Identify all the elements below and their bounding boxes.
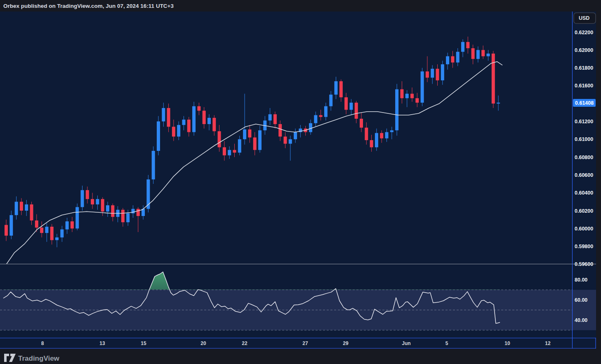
candle-body-down — [86, 190, 89, 199]
candle-body-down — [436, 69, 439, 80]
time-tick-label: 8 — [41, 341, 44, 346]
candle-body-down — [35, 221, 38, 228]
candle-body-up — [294, 132, 297, 139]
candle — [146, 175, 150, 212]
candle — [157, 116, 160, 155]
candle-body-down — [197, 106, 200, 111]
candle-body-up — [329, 95, 332, 106]
rsi-tick-label: 40.00 — [575, 317, 587, 323]
candle-body-up — [289, 139, 292, 144]
candle-body-down — [30, 204, 33, 221]
candle-body-down — [121, 210, 125, 222]
time-tick-label: 15 — [141, 341, 146, 346]
last-price-badge-value: 0.61408 — [575, 100, 594, 106]
candle-body-down — [471, 48, 475, 59]
candle — [192, 102, 196, 136]
candle-body-up — [385, 132, 389, 138]
candle-body-up — [335, 81, 338, 94]
candle-body-up — [66, 221, 69, 229]
candle-body-down — [355, 103, 358, 119]
candle-body-down — [167, 108, 170, 127]
price-tick-label: 0.60000 — [575, 226, 593, 232]
candle-body-up — [390, 130, 394, 132]
candle-body-down — [273, 114, 277, 124]
candle-body-up — [157, 122, 160, 151]
candle-body-down — [360, 119, 363, 128]
candle-body-up — [55, 237, 59, 240]
rsi-tick-label: 80.00 — [575, 277, 587, 283]
price-tick-label: 0.60800 — [575, 155, 593, 160]
candle-body-up — [395, 89, 398, 131]
candle-body-down — [339, 81, 343, 97]
price-tick-label: 0.59600 — [575, 261, 593, 267]
candle — [492, 51, 495, 108]
candle-body-up — [309, 123, 312, 132]
candle-body-down — [218, 131, 221, 147]
chart-canvas: Orbex published on TradingView.com, Jun … — [0, 0, 601, 364]
time-tick-label: 27 — [302, 341, 308, 346]
candle-body-up — [182, 120, 186, 125]
candle-body-down — [111, 205, 114, 217]
candle-body-down — [253, 137, 257, 150]
candle-body-up — [81, 190, 84, 207]
candle-body-down — [481, 50, 485, 56]
candle-body-up — [9, 215, 13, 236]
candle-body-up — [126, 213, 130, 222]
time-tick-label: 13 — [99, 341, 105, 346]
candle — [75, 204, 79, 230]
candle-body-down — [284, 136, 287, 143]
currency-toggle-button[interactable]: USD — [574, 13, 596, 23]
candle-body-up — [243, 129, 246, 139]
candle-body-down — [400, 89, 403, 99]
candle-body-down — [451, 56, 454, 62]
price-tick-label: 0.60600 — [575, 172, 593, 178]
candle-body-down — [248, 129, 251, 137]
price-tick-label: 0.60200 — [575, 208, 593, 214]
price-tick-label: 0.61600 — [575, 83, 593, 89]
candle-body-down — [380, 133, 383, 139]
candle-body-up — [238, 139, 241, 153]
candle-body-down — [71, 221, 74, 228]
candle-body-down — [172, 127, 175, 136]
candle-body-up — [349, 103, 353, 110]
candle-body-up — [497, 103, 500, 103]
candle-body-down — [101, 199, 104, 211]
candle-body-up — [152, 151, 155, 179]
candle — [152, 146, 155, 184]
candle-body-down — [212, 118, 216, 131]
time-tick-label: 20 — [200, 341, 206, 346]
time-tick-label: 10 — [504, 341, 510, 346]
candle-body-up — [421, 71, 424, 103]
candle-body-down — [410, 94, 414, 98]
candle-body-up — [15, 202, 18, 215]
candle-body-up — [106, 205, 109, 211]
currency-button-label: USD — [579, 15, 589, 21]
candle-body-up — [446, 56, 449, 64]
candle-body-down — [426, 71, 429, 77]
candle-body-up — [431, 69, 434, 78]
price-tick-label: 0.61800 — [575, 65, 593, 71]
candle-body-up — [228, 150, 231, 155]
rsi-tick-label: 60.00 — [575, 297, 587, 303]
candle-body-down — [278, 124, 282, 136]
candle-body-up — [177, 125, 180, 136]
candle-body-up — [456, 52, 460, 63]
publish-caption: Orbex published on TradingView.com, Jun … — [3, 3, 174, 9]
candle-body-up — [375, 133, 378, 148]
candle-body-up — [207, 118, 211, 124]
candle-body-down — [5, 225, 8, 236]
price-tick-label: 0.62200 — [575, 30, 593, 35]
price-tick-label: 0.61200 — [575, 119, 593, 124]
candle-body-down — [203, 111, 206, 124]
candle-body-up — [75, 207, 79, 228]
price-tick-label: 0.59800 — [575, 244, 593, 249]
time-tick-label: 22 — [242, 341, 247, 346]
candle-body-down — [319, 115, 323, 117]
candle-body-up — [461, 42, 464, 52]
candle-body-down — [344, 97, 348, 110]
candle-body-up — [192, 106, 196, 132]
candle-body-up — [476, 50, 480, 59]
candle-body-down — [20, 202, 23, 211]
candle — [395, 84, 398, 136]
last-price-badge[interactable]: 0.61408 — [573, 99, 596, 107]
